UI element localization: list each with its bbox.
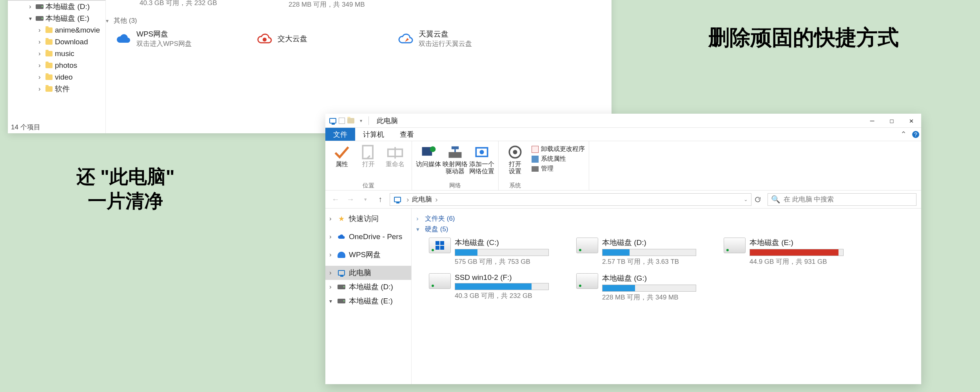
nav-pane: ★快速访问OneDrive - PersWPS网盘此电脑本地磁盘 (D:)本地磁… xyxy=(325,209,412,384)
refresh-icon xyxy=(754,196,761,203)
headline-left-line2: 一片清净 xyxy=(88,191,163,211)
chevron-right-icon[interactable] xyxy=(38,73,45,81)
drive-tile[interactable]: SSD win10-2 (F:)40.3 GB 可用，共 232 GB xyxy=(429,273,570,302)
nav-item-label: 此电脑 xyxy=(349,268,371,278)
nav-item[interactable]: WPS网盘 xyxy=(325,248,411,262)
pc-icon xyxy=(393,195,402,204)
search-input[interactable] xyxy=(784,196,913,203)
minimize-button[interactable]: — xyxy=(862,114,882,128)
ribbon-manage[interactable]: 管理 xyxy=(532,165,585,173)
uninstall-icon xyxy=(532,146,539,153)
maximize-button[interactable]: ☐ xyxy=(882,114,902,128)
chevron-right-icon[interactable] xyxy=(38,85,45,93)
nav-item[interactable]: 本地磁盘 (D:) xyxy=(325,280,411,294)
chevron-right-icon[interactable] xyxy=(329,233,336,241)
shortcut-name: WPS网盘 xyxy=(136,29,192,39)
drive-tile[interactable]: 本地磁盘 (E:)44.9 GB 可用，共 931 GB xyxy=(724,238,865,266)
tab-view[interactable]: 查看 xyxy=(392,128,422,141)
drive-tile[interactable]: 本地磁盘 (G:)228 MB 可用，共 349 MB xyxy=(576,273,717,302)
address-dropdown-icon[interactable]: ⌄ xyxy=(744,196,748,202)
tree-item[interactable]: anime&movie xyxy=(8,24,105,36)
tab-computer[interactable]: 计算机 xyxy=(355,128,392,141)
manage-icon xyxy=(532,166,539,172)
wps-icon xyxy=(337,250,346,259)
ribbon-add-location[interactable]: 添加一个 网络位置 xyxy=(469,143,494,174)
chevron-right-icon[interactable] xyxy=(329,251,336,259)
chevron-down-icon[interactable] xyxy=(29,15,35,22)
drives-row: SSD win10-2 (F:)40.3 GB 可用，共 232 GB本地磁盘 … xyxy=(114,0,608,11)
shortcut-tile[interactable]: 天翼云盘双击运行天翼云盘 xyxy=(396,29,537,48)
ribbon-sysprops[interactable]: 系统属性 xyxy=(532,155,585,163)
pc-icon xyxy=(328,116,337,125)
svg-point-0 xyxy=(263,38,267,42)
search-box[interactable]: 🔍 xyxy=(768,193,916,206)
tree-item[interactable]: video xyxy=(8,71,105,83)
breadcrumb-sep-icon[interactable]: › xyxy=(435,195,437,204)
refresh-button[interactable] xyxy=(751,193,764,206)
ribbon-properties[interactable]: 属性 xyxy=(329,143,354,168)
group-header-drives[interactable]: 硬盘 (5) xyxy=(416,225,914,234)
breadcrumb[interactable]: 此电脑 xyxy=(412,195,432,204)
tree-item[interactable]: 本地磁盘 (D:) xyxy=(8,1,105,13)
tree-item[interactable]: Download xyxy=(8,36,105,48)
tree-item[interactable]: music xyxy=(8,48,105,60)
chevron-right-icon[interactable] xyxy=(38,26,45,34)
ribbon-label: 映射网络 驱动器 xyxy=(443,161,468,174)
help-icon: ? xyxy=(912,131,919,138)
search-icon: 🔍 xyxy=(771,195,780,204)
tree-item[interactable]: 本地磁盘 (E:) xyxy=(8,13,105,24)
qat-dropdown-icon[interactable]: ▾ xyxy=(357,116,365,125)
tree-item-label: photos xyxy=(55,61,77,70)
chevron-right-icon[interactable] xyxy=(38,50,45,58)
chevron-right-icon[interactable] xyxy=(38,38,45,46)
chevron-down-icon[interactable] xyxy=(329,298,336,304)
ribbon-collapse-icon[interactable]: ⌃ xyxy=(897,128,910,141)
nav-item-label: OneDrive - Pers xyxy=(349,232,402,241)
chevron-right-icon[interactable] xyxy=(329,215,336,223)
chevron-right-icon[interactable] xyxy=(38,62,45,69)
drive-meta: 40.3 GB 可用，共 232 GB xyxy=(140,0,263,7)
drive-tile[interactable]: SSD win10-2 (F:)40.3 GB 可用，共 232 GB xyxy=(114,0,263,7)
nav-item[interactable]: ★快速访问 xyxy=(325,212,411,226)
tree-item-label: music xyxy=(55,49,74,58)
nav-item[interactable]: 此电脑 xyxy=(325,266,411,280)
svg-rect-1 xyxy=(363,146,373,159)
drive-tile[interactable]: 本地磁盘 (G:)228 MB 可用，共 349 MB xyxy=(263,0,412,9)
media-icon xyxy=(420,143,437,161)
nav-item[interactable]: 本地磁盘 (E:) xyxy=(325,294,411,308)
close-button[interactable]: ✕ xyxy=(902,114,921,128)
ribbon-media[interactable]: 访问媒体 xyxy=(416,143,441,174)
shortcut-tile[interactable]: WPS网盘双击进入WPS网盘 xyxy=(114,29,255,48)
nav-item-label: 本地磁盘 (E:) xyxy=(349,296,393,306)
tree-item-label: 本地磁盘 (E:) xyxy=(45,13,89,24)
folder-icon xyxy=(45,73,53,82)
chevron-right-icon[interactable] xyxy=(29,3,35,11)
help-button[interactable]: ? xyxy=(910,128,921,141)
drive-tile[interactable]: 本地磁盘 (D:)2.57 TB 可用，共 3.63 TB xyxy=(576,238,717,266)
tab-file[interactable]: 文件 xyxy=(325,128,355,141)
svg-rect-6 xyxy=(449,152,462,158)
address-box[interactable]: › 此电脑 › ⌄ xyxy=(390,193,751,206)
ribbon-uninstall[interactable]: 卸载或更改程序 xyxy=(532,145,585,153)
drive-tile[interactable]: 本地磁盘 (C:)575 GB 可用，共 753 GB xyxy=(429,238,570,266)
drive-meta: 575 GB 可用，共 753 GB xyxy=(455,257,570,266)
ribbon: 属性 打开 重命名 位置 访问媒体 xyxy=(325,141,921,191)
group-header-folders[interactable]: 文件夹 (6) xyxy=(416,214,914,223)
headline-top: 删除顽固的快捷方式 xyxy=(633,24,974,52)
chevron-right-icon[interactable] xyxy=(329,283,336,291)
gear-icon xyxy=(506,143,524,161)
shortcut-tile[interactable]: 交大云盘 xyxy=(255,31,396,47)
qat-folder-icon[interactable] xyxy=(347,116,355,125)
folder-icon xyxy=(45,49,53,58)
group-header-others[interactable]: 其他 (3) xyxy=(106,16,608,25)
tree-item[interactable]: 软件 xyxy=(8,83,105,95)
qat-checkbox-icon[interactable] xyxy=(339,118,345,124)
chevron-right-icon[interactable] xyxy=(329,269,336,277)
ribbon-map-drive[interactable]: 映射网络 驱动器 xyxy=(443,143,468,174)
ribbon-open-settings[interactable]: 打开 设置 xyxy=(503,143,528,174)
nav-item[interactable]: OneDrive - Pers xyxy=(325,230,411,244)
tree-item[interactable]: photos xyxy=(8,60,105,71)
nav-up-button[interactable]: ↑ xyxy=(375,194,386,205)
ribbon-system-list: 卸载或更改程序 系统属性 管理 xyxy=(532,143,585,173)
nav-recent-icon[interactable]: ▾ xyxy=(360,194,371,205)
